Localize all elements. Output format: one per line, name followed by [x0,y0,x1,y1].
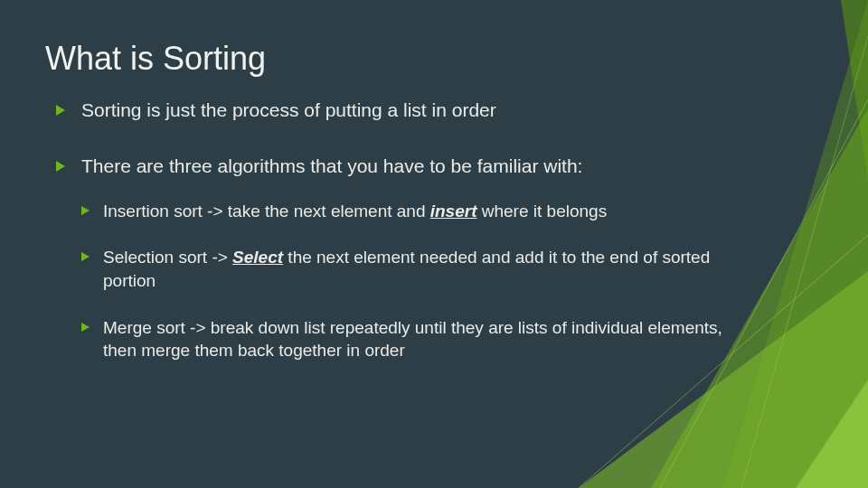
svg-marker-4 [796,380,868,488]
inner-list: Insertion sort -> take the next element … [81,200,743,362]
sub-em: insert [430,202,477,221]
list-item: Merge sort -> break down list repeatedly… [81,316,743,362]
slide-content: Sorting is just the process of putting a… [56,98,743,393]
svg-marker-1 [723,0,868,488]
svg-line-7 [741,36,868,488]
list-item: There are three algorithms that you have… [56,154,743,362]
list-item: Selection sort -> Select the next elemen… [81,246,743,292]
sub-lead: Merge sort -> break down list repeatedly… [103,318,722,361]
sub-tail: where it belongs [476,202,607,221]
sub-em: Select [232,248,283,267]
list-item: Sorting is just the process of putting a… [56,98,743,123]
sub-lead: Insertion sort -> take the next element … [103,202,430,221]
outer-list: Sorting is just the process of putting a… [56,98,743,362]
slide: What is Sorting Sorting is just the proc… [0,0,868,488]
slide-title: What is Sorting [45,40,266,78]
list-item: Insertion sort -> take the next element … [81,200,743,223]
bullet-text: There are three algorithms that you have… [81,155,582,176]
svg-marker-0 [841,0,868,181]
bullet-text: Sorting is just the process of putting a… [81,99,496,120]
sub-lead: Selection sort -> [103,248,232,267]
